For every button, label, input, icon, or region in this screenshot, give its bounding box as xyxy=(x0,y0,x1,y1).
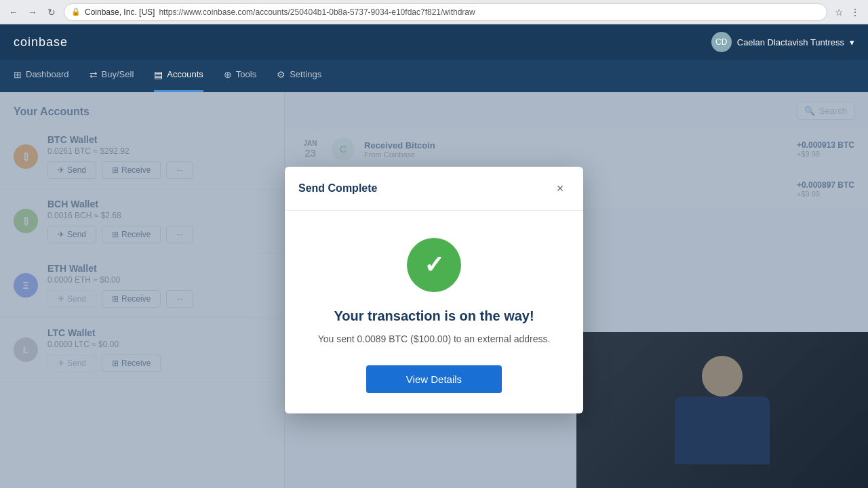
success-circle: ✓ xyxy=(407,238,461,292)
modal-title: Send Complete xyxy=(298,182,377,195)
top-navigation: coinbase CD Caelan Dlactavish Tuntress ▾ xyxy=(0,24,868,60)
username: Caelan Dlactavish Tuntress xyxy=(737,37,844,47)
browser-toolbar: ☆ ⋮ xyxy=(831,5,863,20)
view-details-button[interactable]: View Details xyxy=(366,365,502,393)
success-description: You sent 0.0089 BTC ($100.00) to an exte… xyxy=(305,332,563,346)
tools-icon: ⊕ xyxy=(224,69,232,80)
star-icon[interactable]: ☆ xyxy=(831,5,846,20)
tab-settings[interactable]: ⚙ Settings xyxy=(277,60,321,92)
send-complete-modal: Send Complete × ✓ Your transaction is on… xyxy=(285,167,583,413)
nav-tabs: ⊞ Dashboard ⇄ Buy/Sell ▤ Accounts ⊕ Tool… xyxy=(0,60,868,92)
browser-chrome: ← → ↻ 🔒 Coinbase, Inc. [US] https://www.… xyxy=(0,0,868,24)
checkmark-icon: ✓ xyxy=(424,253,444,277)
back-button[interactable]: ← xyxy=(5,4,22,20)
tab-settings-label: Settings xyxy=(290,69,321,79)
user-menu[interactable]: CD Caelan Dlactavish Tuntress ▾ xyxy=(711,32,854,52)
accounts-icon: ▤ xyxy=(154,69,163,80)
url-text: https://www.coinbase.com/accounts/250404… xyxy=(159,7,475,17)
tab-buysell[interactable]: ⇄ Buy/Sell xyxy=(90,60,134,92)
modal-close-button[interactable]: × xyxy=(551,179,570,198)
main-content: Your Accounts ₿ BTC Wallet 0.0261 BTC ≈ … xyxy=(0,92,868,488)
tab-dashboard[interactable]: ⊞ Dashboard xyxy=(14,60,69,92)
refresh-button[interactable]: ↻ xyxy=(43,4,60,20)
tab-accounts-label: Accounts xyxy=(167,69,203,79)
menu-icon[interactable]: ⋮ xyxy=(848,5,863,20)
tab-dashboard-label: Dashboard xyxy=(26,69,69,79)
settings-icon: ⚙ xyxy=(277,69,285,80)
dropdown-arrow-icon: ▾ xyxy=(850,37,854,47)
company-label: Coinbase, Inc. [US] xyxy=(85,7,155,17)
browser-nav-buttons: ← → ↻ xyxy=(5,4,60,20)
coinbase-logo: coinbase xyxy=(14,35,68,49)
tab-accounts[interactable]: ▤ Accounts xyxy=(154,60,203,92)
tab-tools[interactable]: ⊕ Tools xyxy=(224,60,256,92)
modal-body: ✓ Your transaction is on the way! You se… xyxy=(285,211,583,413)
forward-button[interactable]: → xyxy=(24,4,41,20)
coinbase-app: coinbase CD Caelan Dlactavish Tuntress ▾… xyxy=(0,24,868,488)
lock-icon: 🔒 xyxy=(71,7,81,16)
success-title: Your transaction is on the way! xyxy=(305,308,563,324)
avatar: CD xyxy=(711,32,732,52)
modal-header: Send Complete × xyxy=(285,167,583,211)
modal-overlay: Send Complete × ✓ Your transaction is on… xyxy=(0,92,868,488)
buysell-icon: ⇄ xyxy=(90,69,98,80)
tab-buysell-label: Buy/Sell xyxy=(102,69,134,79)
address-bar[interactable]: 🔒 Coinbase, Inc. [US] https://www.coinba… xyxy=(64,3,827,21)
dashboard-icon: ⊞ xyxy=(14,69,22,80)
tab-tools-label: Tools xyxy=(236,69,256,79)
